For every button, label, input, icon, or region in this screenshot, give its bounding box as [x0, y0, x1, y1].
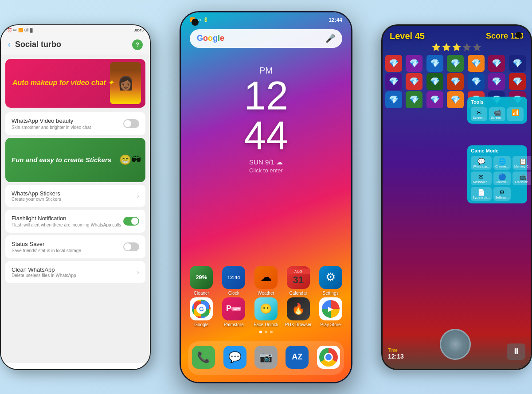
auto-makeup-banner[interactable]: Auto makeup for video chat ✦ 👩🏾 [5, 59, 145, 108]
stickers-banner[interactable]: Fun and easy to create Stickers 😁🕶 [5, 138, 145, 182]
flashlight-notification-row: Flashlight Notification Flash will alert… [5, 210, 145, 233]
chrome-app-icon [317, 346, 340, 369]
dock-dictionary[interactable]: AZ [282, 346, 312, 371]
calendar-icon: AUG 31 [287, 266, 310, 289]
dot-2 [265, 331, 267, 333]
notification-icon: ✉ [13, 28, 17, 32]
app-settings[interactable]: ⚙ Settings [316, 266, 346, 296]
tool-screenrecord[interactable]: 📹 Screen... [489, 107, 505, 121]
pause-button[interactable]: ⏸ [507, 343, 525, 360]
system-game-icon: 📄 [473, 189, 490, 196]
app-google[interactable]: G Google [186, 297, 216, 327]
star-5: ⭐ [473, 43, 481, 51]
app-palmstore[interactable]: P NEW Palmstore [219, 297, 249, 327]
game-app-settings[interactable]: ⚙ Settings... [493, 187, 511, 201]
game-app-memory[interactable]: 📋 Memory C... [512, 156, 531, 170]
wifi-tool-icon: 📶 [509, 109, 522, 116]
app-weather[interactable]: ☁ Weather [251, 266, 281, 296]
joystick[interactable] [440, 329, 471, 360]
wifi-icon: 📶 [18, 28, 23, 32]
dock-camera[interactable]: 📷 [251, 346, 281, 371]
app-calendar[interactable]: AUG 31 Calendar [283, 266, 313, 296]
dictionary-app-icon: AZ [286, 346, 309, 369]
settings-label: Settings [323, 291, 339, 296]
game-app-chrome[interactable]: 🌐 Chrome... [493, 156, 511, 170]
mic-icon[interactable]: 🎤 [325, 34, 335, 43]
clean-whatsapp-row[interactable]: Clean WhatsApp Delete useless files in W… [5, 261, 145, 283]
status-time-center: 12:44 [329, 17, 342, 23]
status-saver-label: Status Saver [12, 241, 81, 247]
help-button[interactable]: ? [132, 39, 143, 50]
dock-phone[interactable]: 📞 [188, 346, 219, 371]
click-to-enter[interactable]: Click to enter [181, 167, 351, 174]
settings-game-label: Settings... [495, 196, 509, 199]
collect-game-icon: 🔵 [495, 173, 509, 180]
phone-app-icon: 📞 [192, 346, 215, 369]
game-app-collect[interactable]: 🔵 Collecti... [493, 172, 511, 185]
gem-2-7: 💎 [509, 73, 526, 90]
game-time: 12:13 [388, 353, 404, 360]
tool-wifi[interactable]: 📶 [507, 107, 524, 121]
dock-chrome[interactable] [313, 346, 344, 371]
whatsapp-video-beauty-row: WhatsApp Video beauty Skin smoother and … [5, 112, 145, 135]
google-icon: G [190, 297, 213, 320]
status-saver-sub: Save friends' status in local storage [12, 248, 81, 253]
app-face-unlock[interactable]: 😶 Face Unlock [251, 297, 281, 327]
back-icon[interactable]: ‹ [8, 40, 11, 49]
clock-icon: ⏰ [7, 28, 12, 32]
whatsapp-stickers-sub: Create your own Stickers [12, 197, 61, 202]
tool-screenshot[interactable]: ✂ Screen... [471, 107, 487, 121]
auto-makeup-text: Auto makeup for video chat ✦ [12, 78, 113, 88]
app-phx-browser[interactable]: 🔥 PHX Browser [283, 297, 313, 327]
status-saver-toggle[interactable] [123, 242, 139, 251]
app-play-store[interactable]: ▶ Play Store [316, 297, 346, 327]
front-camera-right [516, 32, 522, 38]
search-bar[interactable]: Google 🎤 [190, 29, 342, 48]
whatsapp-stickers-row[interactable]: WhatsApp Stickers Create your own Sticke… [5, 185, 145, 207]
cleaner-label: Cleaner [194, 291, 209, 296]
whatsapp-game-icon: 💬 [473, 158, 490, 165]
whatsapp-video-beauty-toggle[interactable] [123, 119, 139, 128]
app-clock[interactable]: 12:44 Clock [219, 266, 249, 296]
avatar: 👩🏾 [110, 62, 141, 104]
tools-title: Tools [471, 99, 524, 105]
nav-header-left: ‹ Social turbo ? [1, 35, 150, 55]
clock-label: Clock [228, 291, 239, 296]
page-indicator [185, 331, 347, 333]
screenrecord-label: Screen... [491, 116, 504, 119]
app-cleaner[interactable]: 29% Cleaner [186, 266, 216, 296]
status-icons-left: ⏰ ✉ 📶 ull ▓ [7, 28, 33, 32]
phone-center: 📶 B/s 🔋 12:44 Google 🎤 PM 12 44 SUN 9/1 … [180, 11, 352, 383]
play-store-label: Play Store [321, 322, 341, 327]
gem-2-1: 💎 [385, 73, 402, 90]
gem-2-2: 💎 [406, 73, 422, 90]
collect-game-label: Collecti... [495, 180, 509, 183]
dock-messages[interactable]: 💬 [220, 346, 250, 371]
stars-row: ⭐ ⭐ ⭐ ⭐ ⭐ [383, 43, 531, 51]
clean-whatsapp-label: Clean WhatsApp [12, 266, 76, 273]
game-app-offscreen[interactable]: 📺 Off-scree... [512, 172, 531, 185]
offscreen-game-icon: 📺 [514, 173, 531, 180]
star-2: ⭐ [442, 43, 451, 51]
memory-game-icon: 📋 [514, 158, 531, 165]
dot-1 [259, 331, 262, 333]
gem-2-3: 💎 [426, 73, 443, 90]
gem-2-4: 💎 [447, 73, 464, 90]
avatar-emoji: 👩🏾 [117, 75, 134, 91]
flashlight-toggle[interactable] [123, 217, 139, 226]
game-mode-grid: 💬 Whatsapp... 🌐 Chrome... 📋 Memory C... … [471, 156, 524, 201]
star-1: ⭐ [432, 43, 441, 51]
status-bar-center: 📶 B/s 🔋 12:44 [181, 12, 351, 23]
score-label: Score [486, 31, 508, 40]
game-app-messages[interactable]: ✉ Messager... [471, 172, 492, 185]
app-row-2: G Google P NEW Palmstore 😶 [185, 297, 347, 327]
game-mode-panel: Game Mode 💬 Whatsapp... 🌐 Chrome... 📋 Me… [467, 145, 527, 203]
gem-red-1: 💎 [385, 55, 402, 72]
game-app-whatsapp[interactable]: 💬 Whatsapp... [471, 156, 492, 170]
clock-widget[interactable]: PM 12 44 SUN 9/1 ☁ Click to enter [181, 66, 351, 174]
gem-purple-1: 💎 [406, 55, 422, 72]
phone-right: Level 45 Score 123 ⭐ ⭐ ⭐ ⭐ ⭐ 💎 💎 💎 💎 💎 💎… [381, 24, 532, 370]
game-mode-title: Game Mode [471, 148, 524, 153]
front-camera [192, 19, 199, 26]
game-app-system[interactable]: 📄 System da... [471, 187, 492, 201]
